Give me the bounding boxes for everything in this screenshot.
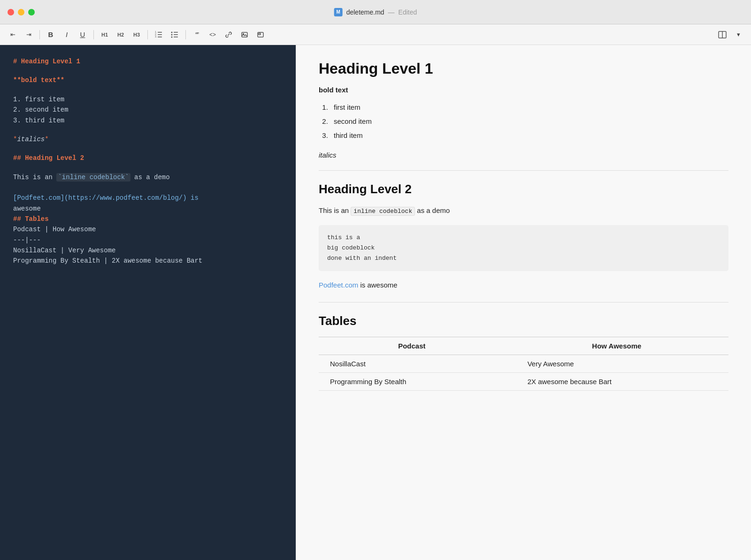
app-icon: M	[334, 8, 343, 16]
preview-code-line3: done with an indent	[327, 253, 720, 264]
titlebar-center: M deleteme.md — Edited	[334, 8, 417, 16]
image-button[interactable]	[238, 28, 252, 42]
table-col2-header: How Awesome	[505, 337, 728, 355]
traffic-lights	[8, 9, 35, 15]
italic-button[interactable]: I	[60, 28, 74, 42]
h3-button[interactable]: H3	[130, 28, 144, 42]
table-row2-col1: Programming By Stealth	[319, 373, 505, 391]
editor-spacer-1	[13, 67, 283, 75]
inline-code-after-text: as a demo	[415, 206, 450, 214]
preview-h2-tables: Tables	[319, 314, 728, 328]
preview-code-line2: big codeblock	[327, 243, 720, 253]
preview-ordered-list: first item second item third item	[330, 100, 728, 143]
editor-spacer-6	[13, 182, 283, 191]
table-row1-col1: NosillaCast	[319, 355, 505, 373]
svg-rect-6	[174, 32, 178, 33]
close-button[interactable]	[8, 9, 14, 15]
table-row2-col2: 2X awesome because Bart	[505, 373, 728, 391]
svg-text:3.: 3.	[155, 35, 157, 38]
h2-button[interactable]: H2	[114, 28, 128, 42]
bold-button[interactable]: B	[44, 28, 58, 42]
titlebar: M deleteme.md — Edited	[0, 0, 751, 24]
embed-button[interactable]	[253, 28, 268, 42]
editor-spacer-2	[13, 86, 283, 94]
inline-code-before: This is an	[13, 174, 56, 181]
unordered-list-button[interactable]	[168, 28, 182, 42]
editor-spacer-5	[13, 164, 283, 172]
table-header-row: Podcast How Awesome	[319, 337, 728, 355]
preview-hr-2	[319, 302, 728, 303]
editor-line-list3: 3. third item	[13, 115, 283, 126]
link-button[interactable]	[222, 28, 236, 42]
svg-rect-15	[259, 33, 261, 35]
preview-bold: bold text	[319, 86, 728, 94]
editor-line-h2-tables: ## Tables	[13, 214, 283, 224]
preview-list-item-1: first item	[330, 100, 728, 114]
italic-content: italics	[17, 136, 45, 143]
maximize-button[interactable]	[28, 9, 35, 15]
editor-panel[interactable]: # Heading Level 1 **bold text** 1. first…	[0, 45, 296, 560]
ordered-list-button[interactable]: 1.2.3.	[152, 28, 166, 42]
inline-code-marker: `inline codeblock`	[56, 173, 130, 182]
svg-rect-7	[174, 34, 178, 35]
indent-button[interactable]: ⇥	[22, 28, 36, 42]
preview-hr-1	[319, 170, 728, 171]
layout-button[interactable]	[715, 28, 729, 42]
toolbar-divider-2	[93, 30, 94, 39]
outdent-button[interactable]: ⇤	[6, 28, 20, 42]
svg-point-11	[171, 36, 173, 38]
title-filename: deleteme.md	[346, 8, 384, 16]
toolbar-right: ▾	[715, 28, 745, 42]
preview-inline-code-para: This is an inline codeblock as a demo	[319, 205, 728, 217]
h1-button[interactable]: H1	[98, 28, 112, 42]
editor-line-italic: *italics*	[13, 134, 283, 144]
svg-rect-12	[242, 32, 247, 37]
preview-h1: Heading Level 1	[319, 60, 728, 77]
table-row: NosillaCast Very Awesome	[319, 355, 728, 373]
underline-button[interactable]: U	[76, 28, 90, 42]
preview-table: Podcast How Awesome NosillaCast Very Awe…	[319, 337, 728, 391]
editor-table-row1: NosillaCast | Very Awesome	[13, 245, 283, 256]
svg-rect-8	[174, 37, 178, 38]
editor-line-link: [Podfeet.com](https://www.podfeet.com/bl…	[13, 193, 283, 203]
preview-h2: Heading Level 2	[319, 182, 728, 197]
editor-spacer-3	[13, 126, 283, 134]
svg-point-9	[171, 31, 173, 33]
table-row: Programming By Stealth 2X awesome becaus…	[319, 373, 728, 391]
svg-point-10	[171, 34, 173, 35]
preview-code-block: this is a big codeblock done with an ind…	[319, 225, 728, 271]
editor-line-h1: # Heading Level 1	[13, 56, 283, 67]
toolbar-divider-3	[147, 30, 148, 39]
svg-rect-0	[158, 32, 162, 33]
inline-code-before-text: This is an	[319, 206, 351, 214]
preview-list-item-3: third item	[330, 129, 728, 143]
minimize-button[interactable]	[18, 9, 24, 15]
toolbar: ⇤ ⇥ B I U H1 H2 H3 1.2.3. “” <> ▾	[0, 24, 751, 45]
editor-spacer-4	[13, 144, 283, 153]
preview-link-after: is awesome	[358, 281, 397, 289]
editor-table-header: Podcast | How Awesome	[13, 224, 283, 235]
toolbar-divider-4	[185, 30, 186, 39]
editor-line-bold: **bold text**	[13, 75, 283, 85]
toolbar-divider-1	[39, 30, 40, 39]
svg-rect-2	[158, 37, 162, 38]
title-status: Edited	[398, 8, 417, 16]
code-button[interactable]: <>	[206, 28, 220, 42]
editor-table-sep: ---|---	[13, 235, 283, 245]
table-row1-col2: Very Awesome	[505, 355, 728, 373]
preview-link[interactable]: Podfeet.com	[319, 281, 358, 289]
preview-italic: italics	[319, 151, 728, 159]
editor-table-row2: Programming By Stealth | 2X awesome beca…	[13, 256, 283, 266]
chevron-down-button[interactable]: ▾	[731, 28, 745, 42]
editor-line-inline-code: This is an `inline codeblock` as a demo	[13, 172, 283, 182]
quote-button[interactable]: “”	[190, 28, 204, 42]
editor-line-h2: ## Heading Level 2	[13, 153, 283, 163]
italic-marker-close: *	[45, 136, 48, 143]
editor-line-list2: 2. second item	[13, 105, 283, 115]
main-content: # Heading Level 1 **bold text** 1. first…	[0, 45, 751, 560]
preview-panel: Heading Level 1 bold text first item sec…	[296, 45, 751, 560]
preview-inline-code: inline codeblock	[351, 207, 415, 216]
preview-link-para: Podfeet.com is awesome	[319, 280, 728, 291]
inline-code-after: as a demo	[130, 174, 170, 181]
title-separator: —	[388, 8, 395, 16]
